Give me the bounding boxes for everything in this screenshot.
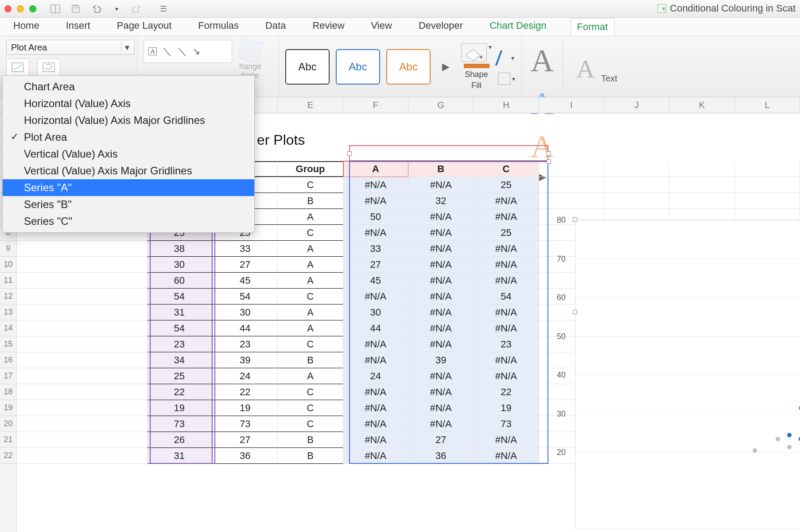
cell[interactable]: 33: [212, 241, 278, 257]
cell[interactable]: B: [278, 432, 343, 448]
cell[interactable]: #N/A: [408, 336, 474, 352]
col-G[interactable]: G: [408, 97, 474, 113]
col-L[interactable]: L: [735, 97, 800, 113]
dropdown-item[interactable]: Series "B": [3, 196, 254, 213]
cell[interactable]: C: [278, 400, 343, 416]
cell[interactable]: 38: [148, 241, 212, 257]
cell[interactable]: #N/A: [474, 241, 539, 257]
row-header[interactable]: 14: [0, 320, 16, 336]
cell[interactable]: #N/A: [343, 352, 408, 368]
col-E[interactable]: E: [278, 97, 343, 113]
row-header[interactable]: 17: [0, 368, 16, 384]
minimize-icon[interactable]: [17, 5, 24, 12]
cell[interactable]: [669, 193, 734, 209]
cell[interactable]: C: [278, 177, 343, 193]
chart-element-selector[interactable]: Plot Area ▾: [6, 40, 135, 55]
cell[interactable]: 22: [474, 384, 539, 400]
cell[interactable]: 54: [148, 320, 212, 336]
shape-styles-more-icon[interactable]: ▶: [437, 61, 455, 73]
cell[interactable]: #N/A: [343, 177, 408, 193]
cell[interactable]: [17, 305, 148, 320]
row-header[interactable]: 16: [0, 352, 16, 368]
cell[interactable]: 36: [212, 448, 278, 464]
cell[interactable]: 45: [343, 273, 408, 289]
cell[interactable]: [539, 193, 604, 209]
format-selection-icon[interactable]: [6, 58, 29, 76]
cell[interactable]: #N/A: [408, 400, 474, 416]
cell[interactable]: 19: [148, 400, 212, 416]
cell[interactable]: 44: [212, 320, 278, 336]
cell[interactable]: #N/A: [408, 209, 474, 225]
row-header[interactable]: 9: [0, 241, 16, 257]
tab-formulas[interactable]: Formulas: [195, 17, 241, 36]
cell[interactable]: #N/A: [408, 289, 474, 305]
cell[interactable]: #N/A: [474, 273, 539, 289]
red-handle-l[interactable]: [347, 151, 352, 156]
dropdown-item[interactable]: Vertical (Value) Axis: [3, 146, 254, 162]
cell[interactable]: C: [278, 384, 343, 400]
cell[interactable]: #N/A: [343, 416, 408, 432]
dropdown-item[interactable]: Vertical (Value) Axis Major Gridlines: [3, 162, 254, 179]
row-header[interactable]: 13: [0, 305, 16, 320]
close-icon[interactable]: [4, 5, 12, 12]
save-icon[interactable]: [70, 4, 82, 14]
cell[interactable]: 25: [474, 225, 539, 241]
cell[interactable]: 24: [212, 368, 278, 384]
cell[interactable]: 22: [148, 384, 212, 400]
col-F[interactable]: F: [343, 97, 408, 113]
cell[interactable]: #N/A: [474, 305, 539, 320]
cell[interactable]: #N/A: [408, 225, 474, 241]
cell[interactable]: 27: [408, 432, 474, 448]
undo-dropdown-icon[interactable]: ▾: [111, 4, 122, 14]
tab-chart-design[interactable]: Chart Design: [487, 17, 549, 36]
cell[interactable]: [17, 384, 148, 400]
cell[interactable]: 27: [343, 257, 408, 273]
tab-data[interactable]: Data: [263, 17, 288, 36]
undo-icon[interactable]: [90, 4, 102, 14]
cell[interactable]: A: [278, 368, 343, 384]
cell[interactable]: B: [278, 448, 343, 464]
cell[interactable]: #N/A: [408, 368, 474, 384]
arrow-shape-icon[interactable]: ↘: [192, 46, 200, 57]
cell[interactable]: [17, 368, 148, 384]
cell[interactable]: 19: [474, 400, 539, 416]
cell[interactable]: 30: [212, 305, 278, 320]
cell[interactable]: 26: [148, 432, 212, 448]
cell[interactable]: [539, 177, 604, 193]
cell[interactable]: #N/A: [474, 352, 539, 368]
blue-handle-tr[interactable]: [547, 159, 551, 164]
row-header[interactable]: 12: [0, 289, 16, 305]
chart-point[interactable]: [776, 437, 780, 441]
cell[interactable]: 39: [212, 352, 278, 368]
zoom-icon[interactable]: [29, 5, 36, 12]
chart-point[interactable]: [787, 445, 792, 449]
cell[interactable]: C: [278, 289, 343, 305]
wordart-preset-1[interactable]: A: [531, 42, 554, 79]
cell[interactable]: C: [278, 225, 343, 241]
cell[interactable]: [17, 320, 148, 336]
cell[interactable]: 24: [343, 368, 408, 384]
row-header[interactable]: 19: [0, 400, 16, 416]
cell[interactable]: #N/A: [408, 273, 474, 289]
cell[interactable]: B: [278, 352, 343, 368]
textbox-shape-icon[interactable]: A: [148, 47, 157, 55]
cell[interactable]: #N/A: [408, 416, 474, 432]
cell[interactable]: #N/A: [474, 257, 539, 273]
chart-element-dropdown[interactable]: Chart AreaHorizontal (Value) AxisHorizon…: [2, 75, 255, 233]
cell[interactable]: #N/A: [474, 209, 539, 225]
line-shape-icon[interactable]: ＼: [162, 45, 172, 58]
cell[interactable]: 33: [343, 241, 408, 257]
cell[interactable]: 25: [148, 368, 212, 384]
autosave-icon[interactable]: [50, 4, 61, 14]
cell[interactable]: A: [278, 305, 343, 320]
dropdown-item[interactable]: Series "C": [3, 213, 254, 230]
dropdown-item[interactable]: Plot Area: [3, 129, 254, 146]
cell[interactable]: 45: [212, 273, 278, 289]
cell[interactable]: 23: [148, 336, 212, 352]
change-shape-button[interactable]: hange hape: [239, 40, 261, 80]
cell[interactable]: [17, 257, 148, 273]
cell[interactable]: 54: [212, 289, 278, 305]
chevron-down-icon[interactable]: ▾: [121, 42, 130, 53]
cell[interactable]: #N/A: [408, 257, 474, 273]
cell[interactable]: [17, 416, 148, 432]
